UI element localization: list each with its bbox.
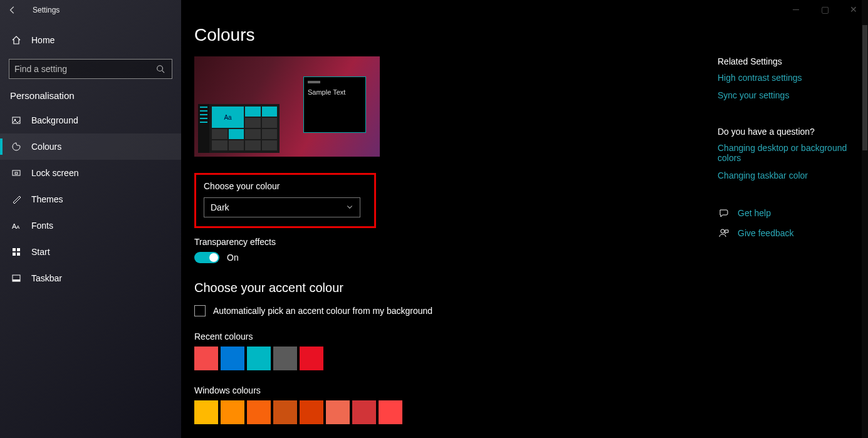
- windows-colour-swatch[interactable]: [352, 400, 376, 424]
- svg-rect-2: [13, 117, 20, 123]
- question-link-taskbar-color[interactable]: Changing taskbar color: [718, 170, 855, 180]
- start-icon: [10, 246, 23, 258]
- windows-colour-swatch[interactable]: [273, 400, 297, 424]
- help-icon: [718, 207, 730, 219]
- search-input[interactable]: [14, 64, 154, 74]
- brush-icon: [10, 193, 23, 206]
- sidebar-item-label: Start: [31, 247, 50, 257]
- recent-colour-swatch[interactable]: [273, 347, 297, 370]
- right-panel: Related Settings High contrast settings …: [718, 56, 868, 247]
- scrollbar-thumb[interactable]: [862, 25, 867, 150]
- feedback-icon: [718, 227, 730, 239]
- app-title: Settings: [33, 6, 60, 14]
- preview-tile-accent: Aa: [212, 107, 244, 128]
- home-icon: [10, 34, 23, 46]
- palette-icon: [10, 140, 23, 153]
- svg-rect-10: [13, 253, 16, 256]
- auto-accent-checkbox-row[interactable]: Automatically pick an accent colour from…: [194, 305, 699, 316]
- search-icon: [154, 63, 167, 75]
- home-label: Home: [31, 35, 55, 45]
- preview-start-menu: Aa: [198, 104, 280, 153]
- give-feedback-row[interactable]: Give feedback: [718, 227, 855, 239]
- svg-rect-11: [17, 253, 20, 256]
- fonts-icon: AA: [10, 219, 23, 232]
- svg-rect-13: [13, 279, 20, 281]
- back-icon[interactable]: [5, 3, 20, 18]
- recent-colour-swatch[interactable]: [221, 347, 244, 370]
- preview-window: Sample Text: [303, 76, 366, 133]
- windows-colour-swatch[interactable]: [221, 400, 244, 424]
- colour-mode-dropdown[interactable]: Dark: [204, 197, 360, 217]
- question-heading: Do you have a question?: [718, 127, 855, 137]
- accent-heading: Choose your accent colour: [194, 281, 699, 295]
- sidebar-item-label: Colours: [31, 142, 61, 152]
- svg-rect-9: [17, 248, 20, 251]
- maximize-button[interactable]: ▢: [810, 0, 839, 19]
- windows-colour-swatch[interactable]: [194, 400, 218, 424]
- window-controls: ─ ▢ ✕: [782, 0, 868, 19]
- windows-colour-swatch[interactable]: [379, 400, 402, 424]
- taskbar-icon: [10, 272, 23, 284]
- lock-screen-icon: [10, 167, 23, 179]
- recent-colour-row: [194, 347, 699, 370]
- question-link-desktop-colors[interactable]: Changing desktop or background colors: [718, 143, 855, 163]
- svg-line-1: [162, 71, 165, 73]
- windows-colour-swatch[interactable]: [247, 400, 271, 424]
- svg-point-14: [721, 229, 724, 233]
- svg-text:A: A: [16, 224, 20, 230]
- sidebar-item-label: Fonts: [31, 221, 53, 231]
- titlebar: Settings: [0, 0, 181, 20]
- page-title: Colours: [194, 25, 699, 45]
- sidebar-item-label: Themes: [31, 194, 63, 204]
- auto-accent-label: Automatically pick an accent colour from…: [213, 306, 432, 316]
- preview-sample-text: Sample Text: [308, 88, 362, 96]
- sidebar-item-colours[interactable]: Colours: [0, 133, 181, 160]
- transparency-toggle-row: On: [194, 252, 699, 263]
- windows-colour-swatch[interactable]: [300, 400, 323, 424]
- sidebar-item-label: Taskbar: [31, 273, 62, 283]
- home-nav[interactable]: Home: [0, 28, 181, 53]
- sidebar-item-taskbar[interactable]: Taskbar: [0, 265, 181, 291]
- sidebar-item-label: Lock screen: [31, 168, 78, 178]
- sidebar-item-themes[interactable]: Themes: [0, 186, 181, 212]
- search-box[interactable]: [9, 59, 172, 79]
- recent-colour-swatch[interactable]: [247, 347, 271, 370]
- svg-rect-4: [13, 170, 20, 175]
- nav-list: BackgroundColoursLock screenThemesAAFont…: [0, 107, 181, 291]
- windows-colour-row: [194, 400, 699, 424]
- sidebar-item-label: Background: [31, 115, 78, 125]
- transparency-state: On: [227, 253, 239, 263]
- colour-preview: Aa Sample Text: [194, 56, 380, 157]
- related-settings-heading: Related Settings: [718, 56, 855, 66]
- recent-colours-label: Recent colours: [194, 331, 699, 342]
- image-icon: [10, 114, 23, 127]
- choose-colour-label: Choose your colour: [204, 181, 367, 191]
- colour-mode-value: Dark: [211, 202, 229, 212]
- choose-colour-highlight: Choose your colour Dark: [194, 173, 376, 228]
- windows-colours-label: Windows colours: [194, 385, 699, 395]
- give-feedback-link[interactable]: Give feedback: [738, 228, 794, 238]
- related-link-high-contrast[interactable]: High contrast settings: [718, 73, 855, 83]
- windows-colour-swatch[interactable]: [326, 400, 350, 424]
- transparency-label: Transparency effects: [194, 237, 699, 247]
- chevron-down-icon: [346, 202, 353, 212]
- sidebar-item-fonts[interactable]: AAFonts: [0, 212, 181, 239]
- get-help-link[interactable]: Get help: [738, 208, 771, 218]
- main-content: Colours Aa Sample Text Choose your colou…: [194, 25, 699, 438]
- section-title: Personalisation: [0, 79, 181, 107]
- transparency-toggle[interactable]: [194, 252, 219, 263]
- sidebar-item-lock-screen[interactable]: Lock screen: [0, 160, 181, 186]
- get-help-row[interactable]: Get help: [718, 207, 855, 219]
- sidebar: Settings Home Personalisation Background…: [0, 0, 181, 438]
- svg-rect-5: [15, 172, 18, 174]
- sidebar-item-background[interactable]: Background: [0, 107, 181, 133]
- minimize-button[interactable]: ─: [782, 0, 810, 19]
- svg-rect-8: [13, 248, 16, 251]
- vertical-scrollbar[interactable]: [862, 0, 868, 438]
- recent-colour-swatch[interactable]: [300, 347, 323, 370]
- svg-point-0: [157, 66, 163, 71]
- sidebar-item-start[interactable]: Start: [0, 239, 181, 265]
- auto-accent-checkbox[interactable]: [194, 305, 206, 316]
- related-link-sync[interactable]: Sync your settings: [718, 90, 855, 100]
- recent-colour-swatch[interactable]: [194, 347, 218, 370]
